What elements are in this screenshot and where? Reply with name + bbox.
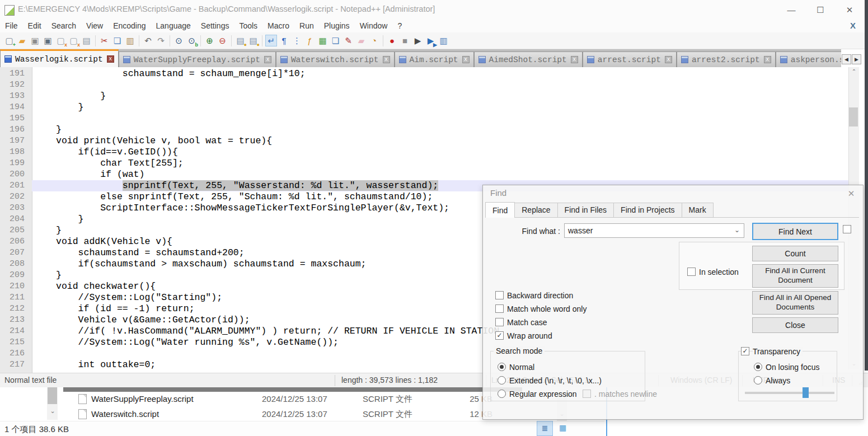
tab-scroll-left-icon[interactable]: ◀ bbox=[842, 54, 851, 64]
tab-close-icon[interactable]: x bbox=[107, 55, 114, 63]
dialog-tab-find-in-files[interactable]: Find in Files bbox=[557, 203, 614, 217]
replace-icon[interactable]: ⊙b bbox=[186, 35, 198, 46]
sync-vertical-icon[interactable]: ▤● bbox=[234, 35, 246, 46]
save-icon[interactable]: ▣ bbox=[29, 35, 41, 46]
close-all-icon[interactable]: ▢x bbox=[68, 35, 79, 46]
details-view-icon[interactable]: ≣ bbox=[537, 421, 553, 436]
macro-play-icon[interactable]: ▶ bbox=[412, 35, 424, 46]
menu-item-view[interactable]: View bbox=[81, 20, 108, 32]
wrap-around-checkbox[interactable] bbox=[495, 331, 504, 340]
minimize-button[interactable]: — bbox=[779, 0, 804, 20]
undo-icon[interactable]: ↶ bbox=[142, 35, 154, 46]
folder-as-workspace-icon[interactable]: ▰ bbox=[355, 35, 367, 46]
zoom-in-icon[interactable]: ⊕ bbox=[204, 35, 215, 46]
count-button[interactable]: Count bbox=[752, 246, 838, 261]
menu-item-plugins[interactable]: Plugins bbox=[319, 20, 355, 32]
save-as-icon[interactable]: ▣ bbox=[42, 35, 54, 46]
macro-record-icon[interactable]: ● bbox=[386, 35, 398, 46]
tab-arrest2-script[interactable]: arrest2.scriptx bbox=[677, 51, 776, 67]
menu-item-file[interactable]: File bbox=[0, 20, 23, 32]
word-wrap-icon[interactable]: ↵ bbox=[265, 35, 277, 46]
tab-close-icon[interactable]: x bbox=[264, 56, 271, 63]
menu-item-run[interactable]: Run bbox=[294, 20, 319, 32]
close-dialog-button[interactable]: Close bbox=[752, 317, 838, 333]
tab-close-icon[interactable]: x bbox=[462, 56, 470, 63]
regular-expression-radio[interactable] bbox=[498, 390, 506, 398]
code-line-195[interactable] bbox=[32, 113, 848, 124]
menu-item-window[interactable]: Window bbox=[355, 20, 393, 32]
new-file-icon[interactable]: ▢+ bbox=[3, 35, 15, 46]
cut-icon[interactable]: ✂ bbox=[98, 35, 110, 46]
code-line-194[interactable]: } bbox=[32, 102, 848, 113]
dialog-tab-find-in-projects[interactable]: Find in Projects bbox=[613, 203, 682, 217]
tab-close-icon[interactable]: x bbox=[571, 56, 578, 63]
backward-direction-checkbox[interactable] bbox=[495, 291, 504, 299]
transparency-slider-thumb[interactable] bbox=[803, 387, 809, 398]
code-line-196[interactable]: } bbox=[32, 124, 848, 135]
tab-waterswitch-script[interactable]: Waterswitch.scriptx bbox=[276, 51, 395, 67]
dialog-tab-find[interactable]: Find bbox=[485, 202, 515, 218]
match-whole-word-checkbox[interactable] bbox=[495, 304, 504, 313]
open-folder-icon[interactable]: ▰ bbox=[16, 35, 28, 46]
tab-watersupplyfreeplay-script[interactable]: WaterSupplyFreeplay.scriptx bbox=[119, 51, 276, 67]
menu-item-help[interactable]: ? bbox=[392, 20, 407, 32]
normal-radio[interactable] bbox=[498, 363, 506, 371]
macro-save-icon[interactable]: ▥ bbox=[438, 35, 449, 46]
function-list-icon[interactable]: ƒ bbox=[304, 35, 316, 46]
menu-item-macro[interactable]: Macro bbox=[262, 20, 294, 32]
tab-askperson-script[interactable]: askperson.scriptx bbox=[776, 51, 841, 67]
transparency-checkbox[interactable] bbox=[741, 347, 749, 355]
find-icon[interactable]: ⊙ bbox=[173, 35, 185, 46]
code-line-198[interactable]: if(id==v.GetID()){ bbox=[32, 147, 848, 158]
show-all-characters-icon[interactable]: ¶ bbox=[278, 35, 290, 46]
find-next-button[interactable]: Find Next bbox=[752, 223, 838, 240]
find-what-combobox[interactable]: wasser ⌄ bbox=[564, 223, 744, 238]
editor-scrollbar-thumb[interactable] bbox=[849, 107, 858, 126]
edit-doc-icon[interactable]: ✎ bbox=[342, 35, 354, 46]
tab-close-icon[interactable]: x bbox=[383, 56, 390, 63]
tab-wasserlogik-script[interactable]: Wasserlogik.scriptx bbox=[0, 49, 119, 67]
copy-icon[interactable]: ❏ bbox=[111, 35, 123, 46]
macro-run-multiple-icon[interactable]: ▶▶ bbox=[425, 35, 437, 46]
tab-scroll-right-icon[interactable]: ▶ bbox=[852, 54, 861, 64]
chevron-down-icon[interactable]: ⌄ bbox=[734, 226, 740, 234]
code-line-191[interactable]: schaumstand = schaum_menge[i]*10; bbox=[32, 68, 848, 79]
menu-item-encoding[interactable]: Encoding bbox=[108, 20, 151, 32]
dialog-tab-mark[interactable]: Mark bbox=[682, 203, 714, 217]
scroll-up-icon[interactable]: ⌃ bbox=[849, 67, 859, 76]
menu-item-search[interactable]: Search bbox=[46, 20, 81, 32]
unlabeled-checkbox[interactable] bbox=[843, 225, 851, 233]
close-doc-icon[interactable]: ▢x bbox=[55, 35, 67, 46]
thumbnails-view-icon[interactable]: ▦ bbox=[555, 421, 571, 436]
tab-close-icon[interactable]: x bbox=[764, 56, 771, 63]
redo-icon[interactable]: ↷ bbox=[155, 35, 167, 46]
find-all-current-button[interactable]: Find All in Current Document bbox=[752, 264, 838, 288]
on-losing-focus-radio[interactable] bbox=[754, 363, 762, 371]
tab-aim-script[interactable]: Aim.scriptx bbox=[395, 51, 474, 67]
dialog-tab-replace[interactable]: Replace bbox=[514, 203, 557, 217]
find-all-opened-button[interactable]: Find All in All Opened Documents bbox=[752, 291, 838, 315]
menu-item-edit[interactable]: Edit bbox=[23, 20, 46, 32]
menu-item-tools[interactable]: Tools bbox=[234, 20, 262, 32]
indent-guide-icon[interactable]: ⋮ bbox=[291, 35, 303, 46]
dialog-close-icon[interactable]: ✕ bbox=[844, 187, 858, 200]
sync-horizontal-icon[interactable]: ▤● bbox=[247, 35, 259, 46]
code-line-200[interactable]: if (wat) bbox=[32, 169, 848, 180]
menu-item-settings[interactable]: Settings bbox=[196, 20, 234, 32]
tab-arrest-script[interactable]: arrest.scriptx bbox=[583, 51, 677, 67]
paste-icon[interactable]: ▥ bbox=[124, 35, 136, 46]
tab-aimedshot-script[interactable]: AimedShot.scriptx bbox=[474, 51, 583, 67]
document-list-icon[interactable]: ❏ bbox=[330, 35, 341, 46]
code-line-197[interactable]: void print(Vehicle v, bool wat = true){ bbox=[32, 135, 848, 147]
always-radio[interactable] bbox=[754, 376, 762, 385]
transparency-slider[interactable] bbox=[745, 392, 834, 394]
code-line-199[interactable]: char Text[255]; bbox=[32, 158, 848, 169]
maximize-button[interactable]: ☐ bbox=[808, 0, 833, 20]
document-map-icon[interactable]: ▦ bbox=[317, 35, 329, 46]
extended-radio[interactable] bbox=[498, 376, 506, 385]
match-case-checkbox[interactable] bbox=[495, 318, 504, 326]
macro-stop-icon[interactable]: ■ bbox=[399, 35, 411, 46]
code-line-192[interactable] bbox=[32, 79, 848, 91]
code-line-193[interactable]: } bbox=[32, 91, 848, 102]
menu-item-language[interactable]: Language bbox=[151, 20, 196, 32]
